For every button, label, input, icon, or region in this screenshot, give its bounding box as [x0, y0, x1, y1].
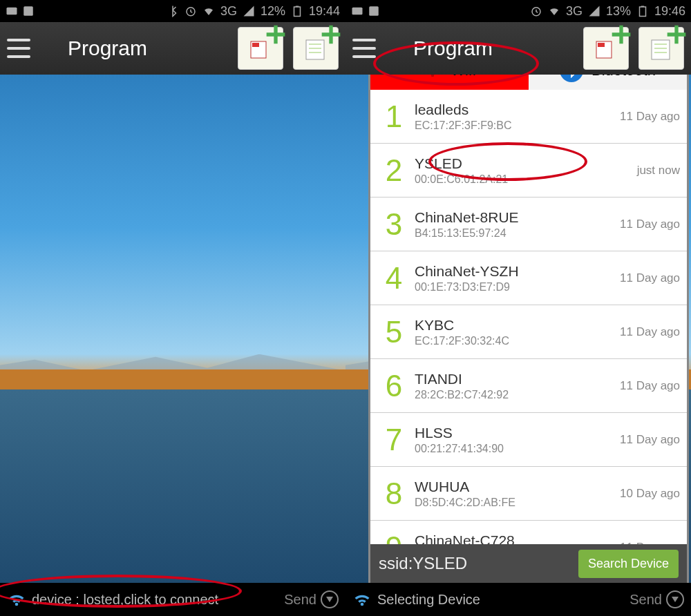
plus-icon: [665, 23, 688, 46]
titlebar: Program: [346, 22, 691, 75]
device-name: YSLED: [415, 155, 637, 172]
network-label: 3G: [566, 4, 583, 19]
alarm-icon: [184, 5, 197, 17]
device-time: 11 Day ago: [620, 325, 680, 339]
device-name: TIANDI: [415, 371, 620, 387]
wifi-icon: [202, 5, 215, 17]
battery-icon: [636, 5, 649, 17]
device-row[interactable]: 3ChinaNet-8RUEB4:15:13:E5:97:2411 Day ag…: [370, 198, 687, 251]
ssid-label: ssid:YSLED: [379, 554, 571, 573]
device-index: 5: [373, 315, 415, 349]
device-index: 7: [373, 423, 415, 457]
wallpaper: [0, 75, 346, 583]
add-note-button[interactable]: [293, 27, 339, 70]
add-note-button[interactable]: [638, 27, 684, 70]
device-time: 11 Day ago: [620, 218, 680, 231]
send-button[interactable]: Send: [284, 590, 339, 608]
device-index: 9: [373, 530, 415, 545]
device-mac: 00:0E:C6:01:2A:21: [415, 173, 637, 186]
page-title: Program: [40, 37, 228, 60]
tab-bluetooth[interactable]: Bluetooth: [529, 75, 687, 90]
battery-pct: 12%: [261, 4, 285, 19]
device-row[interactable]: 1leadledsEC:17:2F:3F:F9:BC11 Day ago: [370, 90, 687, 144]
device-mac: 00:21:27:41:34:90: [415, 443, 620, 455]
mail-icon: [351, 5, 363, 17]
device-time: 11 Day ago: [620, 271, 680, 285]
plus-icon: [610, 23, 632, 46]
device-mac: EC:17:2F:30:32:4C: [415, 335, 620, 347]
menu-icon[interactable]: [7, 39, 30, 58]
send-button[interactable]: Send: [630, 590, 684, 608]
device-row[interactable]: 9ChinaNet-C728AC:6E:1A:ED:BB:4111 Day ag…: [370, 521, 687, 544]
wifi-icon: [352, 590, 372, 609]
svg-rect-0: [7, 8, 17, 15]
device-name: leadleds: [415, 102, 620, 118]
send-label: Send: [284, 592, 316, 608]
plus-icon: [320, 23, 342, 46]
device-name: HLSS: [415, 425, 620, 441]
svg-rect-12: [369, 6, 379, 16]
device-row[interactable]: 2YSLED00:0E:C6:01:2A:21just now: [370, 144, 687, 198]
popup-footer: ssid:YSLED Search Device: [370, 544, 687, 583]
search-device-button[interactable]: Search Device: [578, 550, 679, 578]
device-name: ChinaNet-YSZH: [415, 263, 620, 280]
svg-rect-11: [352, 8, 363, 15]
svg-rect-3: [294, 7, 300, 17]
alarm-icon: [530, 5, 542, 17]
battery-pct: 13%: [606, 4, 631, 19]
menu-icon[interactable]: [352, 39, 376, 58]
clock: 19:44: [309, 4, 340, 19]
tab-wifi-label: Wifi: [451, 75, 476, 79]
svg-rect-6: [252, 43, 259, 47]
device-popup: Wifi Bluetooth 1leadledsEC:17:2F:3F:F9:B…: [370, 75, 687, 583]
device-name: KYBC: [415, 317, 620, 334]
device-name: WUHUA: [415, 479, 620, 495]
device-row[interactable]: 7HLSS00:21:27:41:34:9011 Day ago: [370, 413, 687, 467]
device-index: 1: [373, 99, 415, 134]
device-time: 11 Day ago: [620, 110, 680, 124]
signal-icon: [588, 5, 600, 17]
device-index: 3: [373, 207, 415, 242]
status-bar: 3G 12% 19:44: [0, 0, 346, 22]
footer: device : losted,click to connect Send: [0, 583, 346, 616]
mail-icon: [6, 5, 18, 17]
device-status[interactable]: device : losted,click to connect: [32, 592, 278, 608]
svg-rect-15: [641, 6, 645, 8]
tabs: Wifi Bluetooth: [370, 75, 687, 90]
wifi-icon: [548, 5, 560, 17]
device-name: ChinaNet-C728: [415, 532, 620, 545]
device-row[interactable]: 4ChinaNet-YSZH00:1E:73:D3:E7:D911 Day ag…: [370, 251, 687, 305]
bluetooth-icon: [167, 5, 179, 17]
add-program-button[interactable]: [238, 27, 283, 70]
device-mac: D8:5D:4C:2D:AB:FE: [415, 497, 620, 509]
device-row[interactable]: 5KYBCEC:17:2F:30:32:4C11 Day ago: [370, 305, 687, 359]
wifi-icon: [7, 590, 26, 609]
device-time: 10 Day ago: [620, 487, 680, 501]
device-index: 4: [373, 261, 415, 296]
wifi-icon: [423, 75, 442, 80]
svg-rect-1: [23, 6, 33, 16]
device-mac: 00:1E:73:D3:E7:D9: [415, 281, 620, 293]
device-name: ChinaNet-8RUE: [415, 209, 620, 226]
device-list[interactable]: 1leadledsEC:17:2F:3F:F9:BC11 Day ago2YSL…: [370, 90, 687, 544]
battery-icon: [291, 5, 303, 17]
image-icon: [368, 5, 380, 17]
tab-wifi[interactable]: Wifi: [370, 75, 529, 90]
svg-rect-17: [598, 43, 605, 47]
add-program-button[interactable]: [583, 27, 629, 70]
page-title: Program: [386, 37, 574, 60]
device-index: 6: [373, 369, 415, 403]
device-row[interactable]: 6TIANDI28:2C:B2:C7:42:9211 Day ago: [370, 359, 687, 413]
device-row[interactable]: 8WUHUAD8:5D:4C:2D:AB:FE10 Day ago: [370, 467, 687, 521]
svg-rect-14: [639, 7, 645, 17]
download-icon: [321, 590, 339, 608]
image-icon: [22, 5, 35, 17]
plus-icon: [265, 23, 287, 46]
device-time: just now: [637, 164, 680, 177]
footer: Selecting Device Send: [346, 583, 691, 616]
status-bar: 3G 13% 19:46: [346, 0, 691, 22]
device-time: 11 Day ago: [620, 433, 680, 447]
titlebar: Program: [0, 22, 346, 75]
device-mac: 28:2C:B2:C7:42:92: [415, 389, 620, 401]
device-mac: B4:15:13:E5:97:24: [415, 227, 620, 240]
